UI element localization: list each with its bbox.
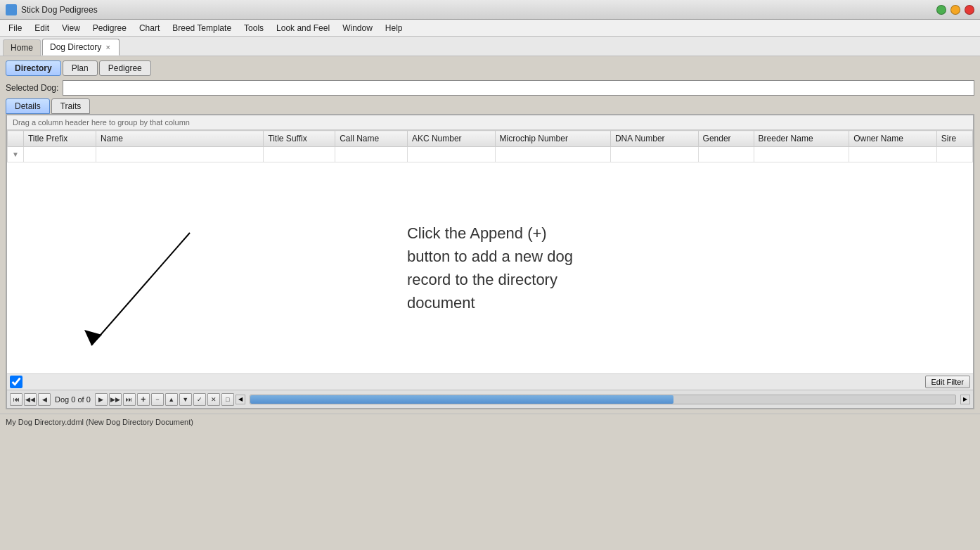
app-title: Stick Dog Pedigrees bbox=[21, 5, 932, 15]
edit-filter-button[interactable]: Edit Filter bbox=[925, 376, 970, 388]
cell-call-name bbox=[335, 147, 408, 162]
col-indicator bbox=[8, 131, 24, 147]
filter-checkbox[interactable] bbox=[10, 376, 22, 388]
nav-last-button[interactable]: ⏭ bbox=[123, 393, 136, 406]
nav-confirm-button[interactable]: ✓ bbox=[193, 393, 206, 406]
nav-record-label: Dog 0 of 0 bbox=[52, 395, 94, 404]
nav-next-button[interactable]: ▶ bbox=[95, 393, 108, 406]
app-icon bbox=[6, 4, 17, 15]
cell-microchip-number bbox=[495, 147, 610, 162]
sub-tabs: Directory Plan Pedigree bbox=[6, 60, 974, 76]
svg-point-0 bbox=[8, 6, 15, 13]
menu-window[interactable]: Window bbox=[337, 22, 378, 34]
window-controls bbox=[936, 5, 974, 15]
detail-tabs: Details Traits bbox=[6, 98, 974, 114]
cell-sire bbox=[936, 147, 972, 162]
selected-dog-input[interactable] bbox=[63, 80, 974, 96]
table-header-row: Title Prefix Name Title Suffix Call Name… bbox=[8, 131, 973, 147]
nav-next-next-button[interactable]: ▶▶ bbox=[109, 393, 122, 406]
table-row-empty: ▼ bbox=[8, 147, 973, 162]
cell-title-suffix bbox=[264, 147, 335, 162]
svg-marker-2 bbox=[84, 330, 102, 345]
tab-dog-directory-label: Dog Directory bbox=[50, 42, 101, 52]
nav-scrollbar[interactable] bbox=[250, 395, 956, 404]
cell-breeder-name bbox=[754, 147, 849, 162]
detail-tab-details[interactable]: Details bbox=[6, 98, 50, 114]
col-name[interactable]: Name bbox=[96, 131, 264, 147]
title-bar: Stick Dog Pedigrees bbox=[0, 0, 980, 20]
tab-home-label: Home bbox=[11, 43, 33, 53]
col-call-name[interactable]: Call Name bbox=[335, 131, 408, 147]
row-indicator-icon: ▼ bbox=[8, 147, 24, 162]
menu-file[interactable]: File bbox=[3, 22, 27, 34]
nav-scroll-right-button[interactable]: ▶ bbox=[960, 395, 970, 404]
selected-dog-label: Selected Dog: bbox=[6, 83, 58, 93]
col-sire[interactable]: Sire bbox=[936, 131, 972, 147]
col-title-suffix[interactable]: Title Suffix bbox=[264, 131, 335, 147]
status-bar: My Dog Directory.ddml (New Dog Directory… bbox=[0, 414, 980, 429]
nav-delete-button[interactable]: − bbox=[151, 393, 164, 406]
nav-first-button[interactable]: ⏮ bbox=[10, 393, 22, 406]
cell-title-prefix bbox=[23, 147, 96, 162]
col-breeder-name[interactable]: Breeder Name bbox=[754, 131, 849, 147]
cell-dna-number bbox=[610, 147, 698, 162]
nav-up-button[interactable]: ▲ bbox=[165, 393, 178, 406]
nav-append-button[interactable]: + bbox=[137, 393, 150, 406]
cell-gender bbox=[698, 147, 754, 162]
col-gender[interactable]: Gender bbox=[698, 131, 754, 147]
col-akc-number[interactable]: AKC Number bbox=[407, 131, 495, 147]
minimize-button[interactable] bbox=[950, 5, 960, 15]
col-dna-number[interactable]: DNA Number bbox=[610, 131, 698, 147]
detail-tab-traits[interactable]: Traits bbox=[51, 98, 91, 114]
nav-scrollbar-thumb bbox=[250, 395, 673, 404]
data-table: Title Prefix Name Title Suffix Call Name… bbox=[7, 130, 973, 162]
menu-chart[interactable]: Chart bbox=[134, 22, 165, 34]
menu-breed-template[interactable]: Breed Template bbox=[167, 22, 237, 34]
nav-down-button[interactable]: ▼ bbox=[179, 393, 192, 406]
menu-bar: File Edit View Pedigree Chart Breed Temp… bbox=[0, 20, 980, 37]
tab-dog-directory-close[interactable]: × bbox=[104, 43, 111, 51]
nav-cancel-button[interactable]: ✕ bbox=[207, 393, 220, 406]
maximize-button[interactable] bbox=[936, 5, 946, 15]
col-microchip-number[interactable]: Microchip Number bbox=[495, 131, 610, 147]
cell-name bbox=[96, 147, 264, 162]
sub-tab-directory[interactable]: Directory bbox=[6, 60, 61, 76]
menu-edit[interactable]: Edit bbox=[29, 22, 55, 34]
col-owner-name[interactable]: Owner Name bbox=[849, 131, 937, 147]
menu-tools[interactable]: Tools bbox=[238, 22, 269, 34]
instruction-area: Click the Append (+) button to add a new… bbox=[7, 162, 973, 373]
selected-dog-row: Selected Dog: bbox=[6, 80, 974, 96]
filter-row: Edit Filter bbox=[7, 373, 973, 390]
main-content: Directory Plan Pedigree Selected Dog: De… bbox=[0, 56, 980, 414]
status-text: My Dog Directory.ddml (New Dog Directory… bbox=[6, 418, 193, 426]
menu-view[interactable]: View bbox=[56, 22, 86, 34]
nav-scroll-left-button[interactable]: ◀ bbox=[236, 395, 245, 404]
sub-tab-pedigree[interactable]: Pedigree bbox=[99, 60, 151, 76]
nav-prev-prev-button[interactable]: ◀◀ bbox=[24, 393, 37, 406]
svg-line-1 bbox=[91, 233, 190, 345]
menu-look-and-feel[interactable]: Look and Feel bbox=[271, 22, 335, 34]
cell-owner-name bbox=[849, 147, 937, 162]
close-button[interactable] bbox=[965, 5, 974, 15]
nav-detail-button[interactable]: □ bbox=[221, 393, 234, 406]
instruction-line3: record to the directory bbox=[407, 271, 557, 288]
instruction-line4: document bbox=[407, 294, 475, 312]
menu-pedigree[interactable]: Pedigree bbox=[87, 22, 132, 34]
instruction-line1: Click the Append (+) bbox=[407, 224, 547, 242]
cell-akc-number bbox=[407, 147, 495, 162]
sub-tab-plan[interactable]: Plan bbox=[63, 60, 98, 76]
nav-bar: ⏮ ◀◀ ◀ Dog 0 of 0 ▶ ▶▶ ⏭ + − ▲ ▼ ✓ ✕ □ ◀… bbox=[7, 390, 973, 408]
nav-prev-button[interactable]: ◀ bbox=[38, 393, 51, 406]
tab-bar: Home Dog Directory × bbox=[0, 37, 980, 56]
menu-help[interactable]: Help bbox=[380, 22, 408, 34]
drag-hint: Drag a column header here to group by th… bbox=[7, 115, 973, 130]
instruction-line2: button to add a new dog bbox=[407, 248, 573, 265]
col-title-prefix[interactable]: Title Prefix bbox=[23, 131, 96, 147]
tab-dog-directory[interactable]: Dog Directory × bbox=[42, 39, 120, 56]
instruction-text: Click the Append (+) button to add a new… bbox=[407, 222, 573, 314]
append-arrow bbox=[49, 226, 204, 366]
grid-wrapper: Drag a column header here to group by th… bbox=[6, 114, 974, 409]
tab-home[interactable]: Home bbox=[3, 39, 41, 56]
